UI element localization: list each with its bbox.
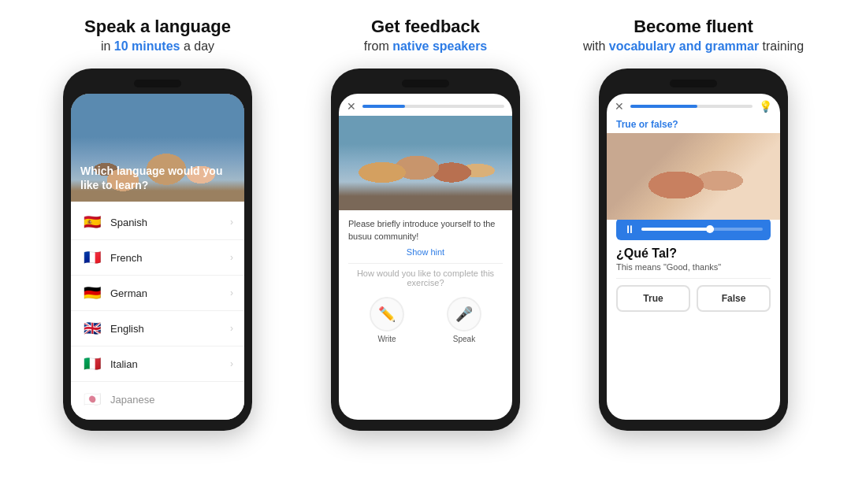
phone3-photo-bg [607,133,780,220]
phone-screen-2: ✕ Please briefly introduce yourself to t… [339,94,512,420]
column-fluent: Become fluent with vocabulary and gramma… [559,16,827,488]
audio-scrubber[interactable] [706,225,714,233]
headline-subtitle-1: in 10 minutes a day [84,39,231,55]
lang-item-italian[interactable]: 🇮🇹 Italian › [71,346,244,382]
chevron-french: › [230,252,233,263]
lang-item-spanish[interactable]: 🇪🇸 Spanish › [71,205,244,240]
speak-option[interactable]: 🎤 Speak [447,297,481,343]
flag-italian: 🇮🇹 [82,354,102,374]
phone3-divider [616,278,771,279]
true-false-buttons: True False [607,285,780,318]
progress-bar-container [362,105,504,108]
phone3-scene-photo [607,133,780,220]
phone2-community-photo [339,116,512,210]
true-or-false-label: True or false? [607,116,780,133]
audio-player[interactable]: ⏸ [616,218,771,240]
phone-notch-3 [670,80,717,87]
audio-progress-fill [641,228,714,231]
phone-screen-1: Which language would you like to learn? … [71,94,244,420]
phone1-hero-bg: Which language would you like to learn? [71,94,244,202]
lang-name-italian: Italian [110,358,222,370]
column-feedback: Get feedback from native speakers ✕ Plea… [292,16,559,488]
lang-item-english[interactable]: 🇬🇧 English › [71,311,244,346]
progress-bar-container-3 [630,105,753,108]
chevron-german: › [230,287,233,298]
headline-subtitle-3: with vocabulary and grammar training [583,39,804,55]
headline-subtitle-2: from native speakers [364,39,488,55]
phone2-options: ✏️ Write 🎤 Speak [348,297,503,350]
phone-2: ✕ Please briefly introduce yourself to t… [331,69,520,431]
phone2-complete-text: How would you like to complete this exer… [348,269,503,287]
flag-english: 🇬🇧 [82,318,102,339]
headline-title-3: Become fluent [583,16,804,39]
flag-spanish: 🇪🇸 [82,212,102,232]
phone2-content: Please briefly introduce yourself to the… [339,210,512,420]
lang-name-french: French [110,252,222,264]
phone-screen-3: ✕ 💡 True or false? ⏸ ¿Qu [607,94,780,420]
lang-name-japanese: Japanese [110,394,233,406]
speak-label: Speak [453,335,475,343]
subtitle-prefix-3: with [583,39,609,53]
lang-name-spanish: Spanish [110,217,222,228]
chevron-italian: › [230,358,233,369]
spanish-phrase: ¿Qué Tal? [607,240,780,262]
write-option[interactable]: ✏️ Write [370,297,404,343]
lang-item-japanese: 🇯🇵 Japanese [71,382,244,417]
phone1-question-text: Which language would you like to learn? [80,164,235,192]
flag-german: 🇩🇪 [82,283,102,303]
subtitle-highlight-1: 10 minutes [114,39,180,53]
false-button[interactable]: False [697,285,771,312]
headline-title-2: Get feedback [364,16,488,39]
progress-fill [362,105,405,108]
lang-name-german: German [110,287,222,299]
phrase-meaning: This means "Good, thanks" [607,262,780,278]
chevron-english: › [230,323,233,334]
close-icon-3[interactable]: ✕ [615,100,624,113]
phone-notch-2 [402,80,449,87]
lang-name-english: English [110,323,222,335]
headline-title-1: Speak a language [84,16,231,39]
subtitle-highlight-3: vocabulary and grammar [609,39,759,53]
phone2-top-bar: ✕ [339,94,512,116]
bulb-icon: 💡 [759,100,772,113]
column-speak: Speak a language in 10 minutes a day Whi… [24,16,292,488]
write-label: Write [377,335,396,343]
lang-item-german[interactable]: 🇩🇪 German › [71,276,244,311]
write-icon: ✏️ [370,297,404,332]
phone2-photo-people [339,116,512,210]
audio-wave [641,228,763,231]
speak-icon: 🎤 [447,297,481,332]
phone2-divider [348,263,503,264]
lang-item-french[interactable]: 🇫🇷 French › [71,240,244,276]
language-list: 🇪🇸 Spanish › 🇫🇷 French › 🇩🇪 German › [71,202,244,420]
headline-speak: Speak a language in 10 minutes a day [84,16,231,54]
phone-notch-1 [134,80,181,87]
subtitle-highlight-2: native speakers [392,39,487,53]
phone2-instruction-text: Please briefly introduce yourself to the… [348,218,503,243]
flag-japanese: 🇯🇵 [82,389,102,410]
close-icon[interactable]: ✕ [347,100,356,113]
chevron-spanish: › [230,217,233,228]
subtitle-suffix-3: training [759,39,804,53]
subtitle-prefix-2: from [364,39,392,53]
show-hint-button[interactable]: Show hint [348,247,503,257]
phone-1: Which language would you like to learn? … [63,69,252,431]
progress-fill-3 [630,105,697,108]
phone-3: ✕ 💡 True or false? ⏸ ¿Qu [599,69,788,431]
main-container: Speak a language in 10 minutes a day Whi… [0,0,851,504]
subtitle-suffix-1: a day [180,39,214,53]
headline-feedback: Get feedback from native speakers [364,16,488,54]
pause-icon[interactable]: ⏸ [624,223,635,235]
subtitle-prefix-1: in [101,39,114,53]
phone3-top-bar: ✕ 💡 [607,94,780,116]
flag-french: 🇫🇷 [82,247,102,268]
true-button[interactable]: True [616,285,690,312]
headline-fluent: Become fluent with vocabulary and gramma… [583,16,804,54]
